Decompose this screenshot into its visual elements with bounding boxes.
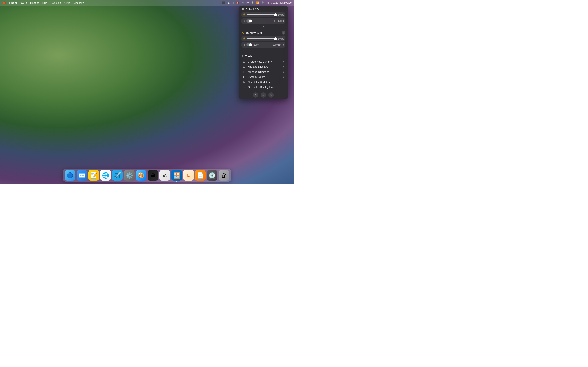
dummy-collapse-chevron[interactable]: ⌄ — [241, 48, 285, 51]
create-dummy-item[interactable]: ⊞ Create New Dummy ▶ — [240, 59, 287, 64]
dock-app-notes[interactable]: 📝 — [88, 170, 99, 181]
dock-app-telegram[interactable]: ✈️ — [112, 170, 123, 181]
close-action-button[interactable]: ✕ — [268, 92, 274, 98]
more-action-button[interactable]: ··· — [261, 92, 266, 98]
dummy-brightness-track[interactable] — [247, 38, 277, 39]
mute-icon[interactable]: 🔇 — [236, 1, 239, 4]
windows-icon: 🪟 — [173, 172, 180, 179]
tools-gear-icon: ⚙ — [241, 55, 243, 58]
color-lcd-title: Color LCD — [246, 8, 259, 11]
menubar-view[interactable]: Вид — [43, 1, 47, 4]
toggle-track[interactable] — [246, 19, 252, 23]
control-center-icon[interactable]: ⊞ — [267, 1, 269, 4]
dock: 🔵 ✉️ 📝 🌐 ✈️ ⚙️ 🎨 🏔 iA 🪟 — [63, 169, 231, 182]
manage-displays-icon: ⊡ — [242, 65, 246, 68]
dock-app-settings[interactable]: ⚙️ — [124, 170, 135, 181]
monitor-display-icon: 🖥 — [241, 8, 244, 11]
dock-app-disk[interactable]: 💽 — [207, 170, 217, 181]
brightness-thumb[interactable] — [274, 13, 277, 16]
resolution-row[interactable]: 🖥 1440x900 — [241, 18, 285, 24]
dummy-resolution-row[interactable]: 🖥 100% 2560x1440 — [241, 42, 285, 48]
dummy-slider-pct: 100% — [253, 44, 259, 46]
search-icon[interactable]: 🔍 — [261, 1, 265, 4]
dummy-power-button[interactable]: ⏻ — [282, 31, 285, 35]
menubar-file[interactable]: Файл — [20, 1, 27, 4]
menubar-edit[interactable]: Правка — [30, 1, 39, 4]
dock-app-pages[interactable]: 📄 — [195, 170, 206, 181]
menubar: 🍎 Finder Файл Правка Вид Переход Окно Сп… — [0, 0, 294, 6]
system-colors-item[interactable]: ◐ System Colors ▶ — [240, 75, 287, 80]
tools-header: ⚙ Tools — [239, 55, 288, 59]
dock-app-logo[interactable]: L — [183, 170, 194, 181]
manage-displays-item[interactable]: ⊡ Manage Displays ▶ — [240, 64, 287, 69]
tools-section: ⚙ Tools ⊞ Create New Dummy ▶ ⊡ Manage Di… — [239, 53, 288, 91]
brightness-value: 100% — [278, 14, 284, 16]
dummy-title: Dummy 16:9 — [246, 31, 280, 34]
brightness-track[interactable] — [247, 15, 277, 15]
radar-icon[interactable]: ◉ — [227, 1, 230, 4]
finder-icon: 🔵 — [67, 172, 73, 179]
get-pro-icon: ⚠ — [242, 86, 246, 89]
resolution-value: 1440x900 — [274, 20, 284, 22]
dummy-brightness-row[interactable]: ☀️ 100% — [241, 36, 285, 41]
pages-icon: 📄 — [197, 172, 204, 179]
dummy-toggle[interactable] — [246, 43, 252, 47]
resolution-toggle[interactable] — [246, 19, 252, 23]
mail-icon: ✉️ — [78, 172, 86, 179]
dock-app-chrome[interactable]: 🌐 — [100, 170, 111, 181]
menubar-go[interactable]: Переход — [51, 1, 61, 4]
dock-app-ia-writer[interactable]: iA — [159, 170, 170, 181]
screen-icon[interactable]: ⊡ — [232, 1, 234, 4]
dock-app-finder[interactable]: 🔵 — [65, 170, 75, 181]
dummy-toggle-thumb — [249, 43, 252, 46]
manage-displays-arrow: ▶ — [283, 66, 285, 68]
dock-app-trash[interactable]: 🗑 — [219, 170, 229, 181]
wifi-icon[interactable]: 📶 — [256, 1, 259, 4]
menubar-help[interactable]: Справка — [74, 1, 84, 4]
finder-dot — [70, 181, 70, 182]
datetime-display: Ср, 28 июня 09:39 — [271, 1, 292, 4]
dummy-brightness-thumb[interactable] — [274, 37, 277, 40]
battery-icon[interactable]: 🔋 — [251, 1, 254, 4]
dock-app-windows[interactable]: 🪟 — [171, 170, 182, 181]
notes-icon: 📝 — [90, 172, 97, 179]
menubar-left: 🍎 Finder Файл Правка Вид Переход Окно Сп… — [2, 1, 84, 4]
system-colors-label: System Colors — [248, 75, 281, 78]
python-icon[interactable]: Py — [246, 2, 249, 4]
monitor-icon[interactable]: ⬛ — [222, 1, 225, 4]
dock-app-mail[interactable]: ✉️ — [77, 170, 87, 181]
system-colors-arrow: ▶ — [283, 76, 285, 78]
dummy-brightness-value: 100% — [278, 38, 284, 40]
menubar-app-name[interactable]: Finder — [9, 1, 17, 4]
menubar-right: ⬛ ◉ ⊡ 🔇 ⏱ Py 🔋 📶 🔍 ⊞ Ср, 28 июня 09:39 — [222, 1, 292, 4]
brightness-slider-row[interactable]: ☀️ 100% — [241, 12, 285, 17]
chrome-icon: 🌐 — [102, 172, 109, 179]
manage-dummies-item[interactable]: ⊞ Manage Dummies ▶ — [240, 69, 287, 75]
dock-app-pixelmator[interactable]: 🎨 — [136, 170, 146, 181]
action-bar: ⚙ ··· ✕ — [239, 91, 288, 99]
dummy-header: ✏️ Dummy 16:9 ⏻ — [241, 31, 285, 35]
collapse-chevron[interactable]: ⌄ — [241, 24, 285, 27]
get-pro-item[interactable]: ⚠ Get BetterDisplay Pro! — [240, 85, 287, 90]
toggle-thumb — [249, 20, 252, 22]
dock-app-gallery[interactable]: 🏔 — [148, 170, 158, 181]
logo-icon: L — [187, 173, 190, 178]
manage-displays-label: Manage Displays — [248, 65, 281, 68]
clock-icon[interactable]: ⏱ — [241, 1, 244, 4]
brightness-icon: ☀️ — [243, 13, 246, 16]
check-updates-label: Check for Updates — [248, 81, 285, 83]
dummy-res-icon: 🖥 — [243, 44, 245, 46]
dummy-toggle-track[interactable] — [246, 43, 252, 47]
check-updates-item[interactable]: ↻ Check for Updates — [240, 80, 287, 85]
settings-action-button[interactable]: ⚙ — [253, 92, 258, 98]
disk-icon: 💽 — [209, 172, 216, 179]
manage-dummies-label: Manage Dummies — [248, 70, 281, 73]
windows-dot — [176, 181, 177, 182]
manage-dummies-arrow: ▶ — [283, 71, 285, 73]
betterdisplay-panel: 🖥 Color LCD ☀️ 100% 🖥 — [239, 6, 288, 99]
dummy-display-icon: ✏️ — [241, 31, 244, 34]
menubar-window[interactable]: Окно — [64, 1, 70, 4]
dummy-brightness-icon: ☀️ — [243, 37, 246, 40]
apple-menu[interactable]: 🍎 — [2, 1, 6, 4]
ia-writer-icon: iA — [163, 173, 167, 178]
